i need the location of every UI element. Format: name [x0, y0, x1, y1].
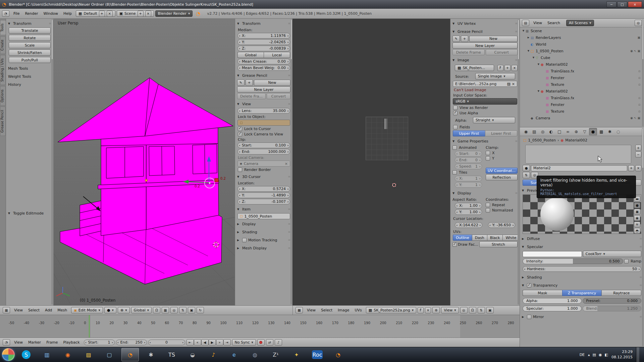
render-engine-selector[interactable]: Blender Render ▼: [155, 10, 193, 17]
animated-row[interactable]: Animated: [452, 145, 484, 150]
panel-header-mesh-display[interactable]: ▶Mesh Display≡: [235, 245, 292, 251]
median-x-field[interactable]: X:1.11976: [237, 33, 290, 39]
tool-button[interactable]: Scale: [9, 42, 51, 48]
editor-type-icon[interactable]: ◔: [3, 339, 10, 346]
properties-tab-icon[interactable]: ◌: [614, 128, 622, 135]
checkbox-icon[interactable]: [452, 170, 457, 175]
panel-header-display[interactable]: ▶Display≡: [235, 221, 292, 227]
transparency-mode-button[interactable]: Raytrace: [601, 290, 641, 296]
fresnel-slider[interactable]: Fresnel: 0.000: [583, 298, 642, 304]
toolshelf-tab[interactable]: Options: [0, 86, 6, 106]
clamp-y-row[interactable]: Y: [486, 156, 518, 161]
playback-button[interactable]: »: [216, 339, 223, 346]
snap-element-icon[interactable]: ▦: [162, 307, 169, 313]
outliner-row[interactable]: ◆ Camera ◉↖▣: [520, 115, 644, 121]
mode-dropdown[interactable]: ▣ Edit Mode ▼: [71, 307, 103, 313]
playback-button[interactable]: ⇥: [223, 339, 231, 346]
panel-header-3d-cursor[interactable]: ▼ 3D Cursor ≡: [235, 173, 292, 180]
datablock-name[interactable]: World: [536, 42, 546, 47]
upper-first-button[interactable]: Upper First: [453, 130, 485, 136]
panel-header-grease-pencil[interactable]: ▼ Grease Pencil ≡: [450, 28, 520, 35]
checkbox-icon[interactable]: [527, 315, 531, 319]
checkbox-icon[interactable]: [453, 106, 458, 110]
material-slot-list[interactable]: [525, 145, 631, 164]
clear-icon[interactable]: ×: [512, 82, 515, 86]
taskbar-app-icon[interactable]: ◔: [121, 348, 139, 361]
properties-tab-icon[interactable]: ⊕: [572, 128, 580, 135]
uv-draw-mode-button[interactable]: Outline: [453, 235, 472, 241]
checkbox-icon[interactable]: [486, 203, 490, 207]
outliner-row[interactable]: ▼ ● Material002: [520, 88, 644, 95]
panel-header-transform[interactable]: ▼ Transform ≡: [6, 20, 53, 27]
stretch-button[interactable]: Stretch: [479, 241, 518, 247]
outliner-row[interactable]: ▼ ● Material002: [520, 61, 644, 68]
preview-world-button[interactable]: ◓: [634, 228, 640, 234]
cursor-z-field[interactable]: Z:-0.1007: [237, 199, 290, 204]
taskbar-app-icon[interactable]: ✦: [288, 348, 305, 361]
median-z-field[interactable]: Z:-0.00839: [237, 46, 290, 51]
lock-to-cursor-row[interactable]: Lock to Cursor: [238, 127, 290, 131]
taskbar-app-icon[interactable]: ◍: [246, 348, 264, 361]
lock-camera-row[interactable]: Lock Camera to View: [238, 132, 290, 136]
clock[interactable]: 23:29 08.12.2015: [611, 349, 633, 360]
datablock-name[interactable]: TrainGlass.fx: [551, 69, 574, 73]
uv-coordinates-button[interactable]: UV Coordinat...: [486, 168, 518, 174]
panel-header-transparency[interactable]: ▼Transparency≡: [520, 282, 644, 289]
pin-icon[interactable]: ⊕: [432, 307, 440, 313]
tool-button[interactable]: Rotate: [9, 35, 51, 41]
npanel-scrollbar[interactable]: [290, 19, 292, 305]
draw-channel-dropdown[interactable]: View▼: [441, 307, 459, 313]
ramp-row[interactable]: Ramp: [624, 259, 641, 263]
proportional-edit-icon[interactable]: ◎: [170, 307, 178, 313]
render-anim-icon[interactable]: ↻: [197, 307, 204, 313]
record-button[interactable]: [257, 339, 265, 346]
panel-header-diffuse[interactable]: ▶Diffuse≡: [520, 235, 644, 242]
reflection-button[interactable]: Reflection: [486, 174, 518, 180]
language-indicator[interactable]: DE: [580, 353, 585, 357]
minimize-button[interactable]: ─: [606, 1, 616, 7]
pivot-dropdown[interactable]: ⊕▼: [118, 307, 130, 313]
datablock-name[interactable]: RenderLayers: [536, 36, 561, 40]
start-button[interactable]: [2, 348, 15, 361]
taskbar-app-icon[interactable]: ▨: [80, 348, 97, 361]
menu-item[interactable]: Add: [42, 306, 55, 315]
menu-item[interactable]: Help: [61, 9, 74, 18]
gp-delete-frame-button[interactable]: Delete Fra...: [237, 93, 266, 99]
image-datablock-selector[interactable]: ▩ SK_Posten...: [455, 65, 494, 71]
delete-layout-button[interactable]: ×: [107, 11, 113, 17]
datablock-name[interactable]: Fenster: [551, 103, 565, 107]
panel-header-display[interactable]: ▼ Display ≡: [450, 190, 520, 196]
taskbar-app-icon[interactable]: Roc: [309, 348, 326, 361]
menu-item[interactable]: View: [11, 306, 25, 315]
tray-icon[interactable]: ◧: [605, 353, 608, 357]
taskbar-app-icon[interactable]: ◔: [329, 348, 347, 361]
panel-header-item[interactable]: ▼ Item ≡: [235, 206, 292, 213]
image-path-field[interactable]: E:\Blender\...252a.png ▨ ×: [453, 81, 517, 87]
aspect-x-field[interactable]: X:1.00: [455, 203, 482, 208]
start-frame-field[interactable]: Start:1: [84, 340, 115, 345]
menu-item[interactable]: View: [11, 338, 25, 347]
taskbar-app-icon[interactable]: Z¹: [267, 348, 284, 361]
expander-icon[interactable]: ▼: [526, 50, 531, 52]
gp-new-button[interactable]: New: [469, 36, 518, 42]
source-dropdown[interactable]: Single Image▼: [475, 73, 516, 79]
timeline-ruler[interactable]: -50-40-30-20-100102030405060708090100110…: [0, 315, 520, 338]
unlink-icon[interactable]: ×: [425, 307, 431, 313]
add-icon[interactable]: +: [461, 36, 468, 42]
panel-header-motion-tracking[interactable]: ▶Motion Tracking≡: [235, 237, 292, 243]
hardness-field[interactable]: Hardness:50: [523, 266, 641, 272]
menu-item[interactable]: Image: [335, 306, 352, 315]
expander-icon[interactable]: ▼: [536, 90, 541, 93]
properties-scrollbar[interactable]: [642, 128, 644, 346]
menu-item[interactable]: Playback: [60, 338, 82, 347]
datablock-name[interactable]: TrainGlass.fx: [551, 96, 574, 100]
preview-sphere-button[interactable]: ●: [634, 202, 640, 208]
outliner-row[interactable]: ▩ Texture ▫: [520, 81, 644, 88]
outliner-scrollbar[interactable]: [642, 19, 644, 126]
outliner-row[interactable]: ▼ ▦ Scene: [520, 27, 644, 34]
specular-shader-dropdown[interactable]: CookTorr▼: [583, 251, 642, 257]
datablock-name[interactable]: Texture: [551, 82, 564, 87]
menu-item[interactable]: Window: [41, 9, 61, 18]
filter-sort-icon[interactable]: ⇅: [523, 172, 530, 178]
preview-cube-button[interactable]: ▣: [634, 209, 640, 215]
